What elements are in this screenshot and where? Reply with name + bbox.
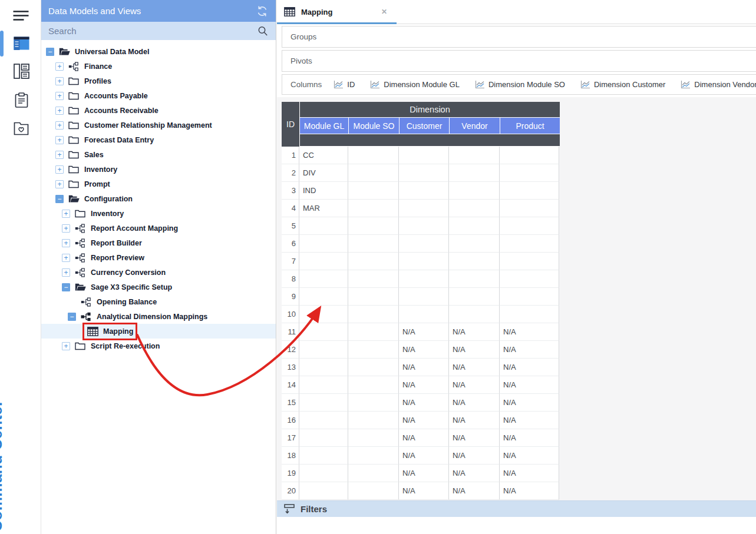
cell-module-so[interactable] xyxy=(348,359,399,376)
groups-dropzone[interactable]: Groups xyxy=(282,26,756,48)
column-chip-id[interactable]: ID xyxy=(334,80,355,89)
tree-item-opening-balance[interactable]: Opening Balance xyxy=(41,294,276,309)
tree-item-mapping[interactable]: Mapping xyxy=(41,324,276,339)
cell-vendor[interactable] xyxy=(449,253,500,270)
cell-module-gl[interactable] xyxy=(299,394,348,412)
minus-expander-icon[interactable]: − xyxy=(55,195,64,203)
column-header-module-so[interactable]: Module SO xyxy=(349,118,399,134)
tree-item-inventory[interactable]: +Inventory xyxy=(41,162,276,177)
cell-module-so[interactable] xyxy=(348,288,399,306)
cell-module-gl[interactable] xyxy=(299,288,348,306)
search-icon[interactable] xyxy=(257,25,269,37)
tree-item-profiles[interactable]: +Profiles xyxy=(41,74,276,88)
cell-vendor[interactable]: N/A xyxy=(449,412,500,429)
cell-vendor[interactable] xyxy=(449,200,500,217)
cell-module-gl[interactable] xyxy=(299,482,348,500)
cell-customer[interactable] xyxy=(399,147,449,164)
cell-module-so[interactable] xyxy=(348,482,399,500)
cell-module-so[interactable] xyxy=(348,394,399,412)
plus-expander-icon[interactable]: + xyxy=(55,151,64,159)
cell-product[interactable]: N/A xyxy=(500,429,559,447)
tree-item-report-account-mapping[interactable]: +Report Account Mapping xyxy=(41,221,276,236)
cell-vendor[interactable] xyxy=(449,182,500,200)
cell-module-gl[interactable] xyxy=(299,323,348,341)
cell-vendor[interactable]: N/A xyxy=(449,359,500,376)
cell-customer[interactable]: N/A xyxy=(399,376,449,394)
cell-module-gl[interactable] xyxy=(299,447,348,465)
plus-expander-icon[interactable]: + xyxy=(55,107,64,115)
cell-vendor[interactable]: N/A xyxy=(449,376,500,394)
cell-product[interactable] xyxy=(500,288,559,306)
cell-customer[interactable] xyxy=(399,164,449,182)
cell-module-so[interactable] xyxy=(348,147,399,164)
cell-module-gl[interactable]: CC xyxy=(299,147,348,164)
cell-customer[interactable] xyxy=(399,200,449,217)
cell-module-gl[interactable] xyxy=(299,217,348,235)
column-chip-dimension-customer[interactable]: Dimension Customer xyxy=(580,80,665,89)
tab-mapping[interactable]: Mapping ✕ xyxy=(277,0,397,24)
row-number-cell[interactable]: 5 xyxy=(282,217,299,235)
row-number-cell[interactable]: 1 xyxy=(282,147,299,164)
cell-product[interactable]: N/A xyxy=(500,394,559,412)
column-header-id[interactable]: ID xyxy=(282,102,299,147)
cell-module-so[interactable] xyxy=(348,270,399,288)
column-header-customer[interactable]: Customer xyxy=(400,118,449,134)
tree-item-script-re-execution[interactable]: +Script Re-execution xyxy=(41,339,276,353)
cell-product[interactable] xyxy=(500,147,559,164)
plus-expander-icon[interactable]: + xyxy=(62,210,70,218)
cell-customer[interactable] xyxy=(399,217,449,235)
tree-item-customer-relationship-management[interactable]: +Customer Relationship Management xyxy=(41,118,276,132)
cell-customer[interactable]: N/A xyxy=(399,447,449,465)
cell-customer[interactable] xyxy=(399,235,449,253)
row-number-cell[interactable]: 7 xyxy=(282,253,299,270)
tree-item-sales[interactable]: +Sales xyxy=(41,147,276,162)
cell-customer[interactable]: N/A xyxy=(399,394,449,412)
cell-customer[interactable] xyxy=(399,306,449,323)
row-number-cell[interactable]: 8 xyxy=(282,270,299,288)
row-number-cell[interactable]: 12 xyxy=(282,341,299,359)
cell-module-gl[interactable] xyxy=(299,341,348,359)
column-header-module-gl[interactable]: Module GL xyxy=(300,118,348,134)
cell-vendor[interactable]: N/A xyxy=(449,429,500,447)
cell-module-gl[interactable]: DIV xyxy=(299,164,348,182)
row-number-cell[interactable]: 11 xyxy=(282,323,299,341)
row-number-cell[interactable]: 16 xyxy=(282,412,299,429)
cell-customer[interactable] xyxy=(399,288,449,306)
cell-customer[interactable]: N/A xyxy=(399,359,449,376)
tree-item-universal-data-model[interactable]: −Universal Data Model xyxy=(41,44,276,59)
cell-module-so[interactable] xyxy=(348,235,399,253)
cell-product[interactable]: N/A xyxy=(500,447,559,465)
cell-customer[interactable] xyxy=(399,270,449,288)
row-number-cell[interactable]: 2 xyxy=(282,164,299,182)
cell-module-gl[interactable] xyxy=(299,376,348,394)
cell-customer[interactable]: N/A xyxy=(399,323,449,341)
tree-item-currency-conversion[interactable]: +Currency Conversion xyxy=(41,265,276,280)
tree-item-accounts-receivable[interactable]: +Accounts Receivable xyxy=(41,103,276,118)
cell-vendor[interactable] xyxy=(449,306,500,323)
plus-expander-icon[interactable]: + xyxy=(55,92,64,100)
cell-module-so[interactable] xyxy=(348,253,399,270)
group-header-dimension[interactable]: Dimension xyxy=(300,102,560,117)
cell-customer[interactable]: N/A xyxy=(399,482,449,500)
cell-product[interactable] xyxy=(500,164,559,182)
cell-module-gl[interactable] xyxy=(299,270,348,288)
cell-module-so[interactable] xyxy=(348,465,399,482)
menu-icon[interactable] xyxy=(12,7,31,25)
row-number-cell[interactable]: 3 xyxy=(282,182,299,200)
plus-expander-icon[interactable]: + xyxy=(55,121,64,130)
close-icon[interactable]: ✕ xyxy=(379,6,389,17)
cell-vendor[interactable]: N/A xyxy=(449,482,500,500)
cell-module-gl[interactable] xyxy=(299,235,348,253)
row-number-cell[interactable]: 13 xyxy=(282,359,299,376)
cell-customer[interactable]: N/A xyxy=(399,341,449,359)
favorites-folder-icon[interactable] xyxy=(12,120,31,137)
cell-module-so[interactable] xyxy=(348,182,399,200)
minus-expander-icon[interactable]: − xyxy=(68,313,76,321)
row-number-cell[interactable]: 18 xyxy=(282,447,299,465)
cell-vendor[interactable]: N/A xyxy=(449,465,500,482)
refresh-icon[interactable] xyxy=(256,5,269,18)
tree-item-report-builder[interactable]: +Report Builder xyxy=(41,236,276,250)
cell-vendor[interactable]: N/A xyxy=(449,323,500,341)
cell-product[interactable] xyxy=(500,270,559,288)
cell-customer[interactable]: N/A xyxy=(399,429,449,447)
